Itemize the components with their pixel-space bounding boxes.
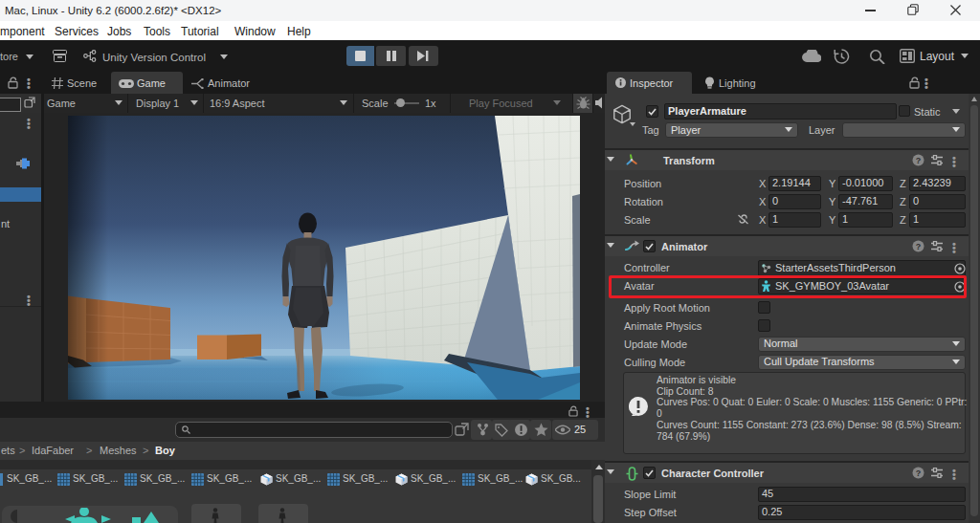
svg-text:?: ?: [916, 156, 922, 165]
svg-text:?: ?: [916, 469, 922, 478]
svg-text:?: ?: [916, 242, 922, 251]
